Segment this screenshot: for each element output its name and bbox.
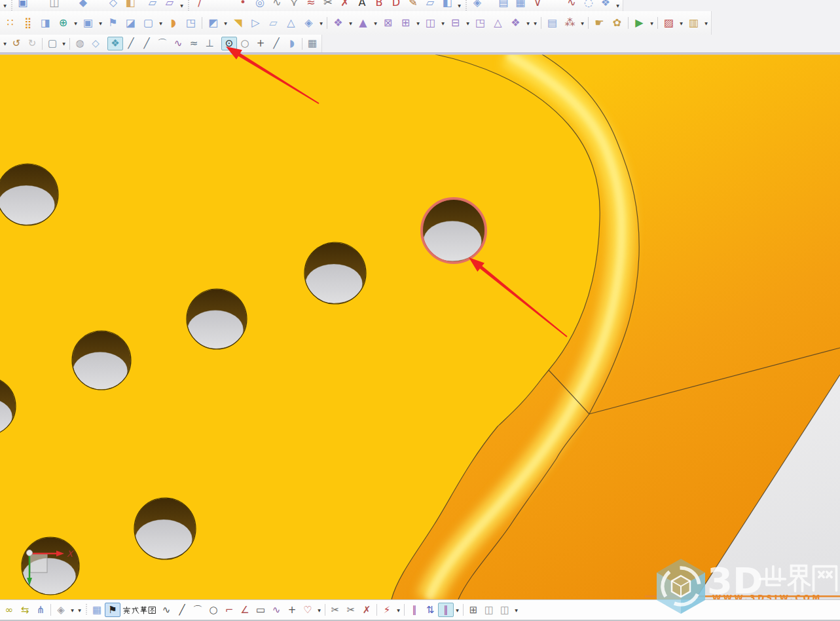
edit-grid-icon[interactable]: ⊞	[466, 603, 481, 617]
sheet-grid-icon[interactable]: ▦	[512, 0, 529, 10]
viewport-3d[interactable]: X	[0, 53, 840, 599]
circle-center-tool-icon[interactable]: ⊙	[221, 37, 237, 50]
dropdown-arrow-icon[interactable]: ▼	[76, 603, 83, 616]
mirror-body-icon[interactable]: ◨	[37, 16, 54, 31]
dropdown-arrow-icon[interactable]: ▼	[513, 603, 520, 616]
chamfer-icon[interactable]: ◥	[229, 16, 247, 31]
line2-tool-icon[interactable]: ╱	[139, 37, 155, 50]
flip-face-icon[interactable]: ▷	[247, 16, 265, 31]
copy-face-icon[interactable]: ⊞	[397, 16, 414, 31]
display-mode-icon[interactable]: ◇	[88, 37, 103, 50]
wire-triangle-icon[interactable]: △	[489, 16, 507, 31]
circle-icon[interactable]: ○	[206, 603, 221, 617]
solid-box-icon[interactable]: ◆	[75, 0, 92, 10]
lock-cubes-icon[interactable]: ◫	[481, 603, 497, 617]
dropdown-arrow-icon[interactable]: ▼	[648, 16, 655, 29]
section-box-icon[interactable]: ◧	[122, 0, 139, 10]
scale-body-icon[interactable]: ▲	[354, 16, 372, 31]
circle-points-tool-icon[interactable]: ○	[237, 37, 253, 50]
cube-arrow-icon[interactable]: ◫	[497, 603, 513, 617]
dropdown-arrow-icon[interactable]: ▼	[678, 16, 685, 29]
structure-list-icon[interactable]: ▤	[543, 16, 561, 31]
split-curve-icon[interactable]: ✂	[320, 0, 337, 10]
plane-a-icon[interactable]: ▱	[144, 0, 161, 10]
sketch-curves-icon[interactable]: ≈	[302, 0, 320, 10]
animate-icon[interactable]: ▶	[630, 16, 648, 31]
plane-b-icon[interactable]: ▱	[161, 0, 178, 10]
profile-icon[interactable]: ♡	[300, 603, 316, 617]
outline-d-icon[interactable]: D	[388, 0, 405, 10]
link-arrow-icon[interactable]: ⇆	[17, 603, 33, 617]
pattern-cube-icon[interactable]: ◳	[182, 16, 200, 31]
cross-curve-icon[interactable]: ✗	[337, 0, 354, 10]
dropdown-arrow-icon[interactable]: ▼	[524, 16, 532, 29]
move-face-icon[interactable]: ❖	[507, 16, 524, 31]
pull-face-icon[interactable]: ◗	[164, 16, 182, 31]
dropdown-arrow-icon[interactable]: ▼	[456, 0, 463, 11]
spline-icon[interactable]: ∿	[268, 603, 284, 617]
helix-icon[interactable]: ◎	[251, 0, 268, 10]
apply-material-icon[interactable]: ☛	[591, 16, 608, 31]
sweep-icon[interactable]: ⚑	[104, 16, 122, 31]
dropdown-arrow-icon[interactable]: ▼	[439, 16, 447, 29]
pan-view-icon[interactable]: ❖	[107, 37, 123, 50]
dropdown-arrow-icon[interactable]: ▼	[157, 16, 164, 29]
dropdown-arrow-icon[interactable]: ▼	[614, 0, 621, 11]
pattern-grid-icon[interactable]: ⣿	[19, 16, 37, 31]
surface-b-icon[interactable]: ◧	[439, 0, 456, 10]
dropdown-arrow-icon[interactable]: ▼	[1, 37, 9, 50]
trim2-icon[interactable]: ✂	[343, 603, 359, 617]
node-graph-icon[interactable]: ⁂	[561, 16, 579, 31]
free-curve-icon[interactable]: ∿	[563, 0, 580, 10]
dimension-constraint-icon[interactable]: ⇅	[422, 603, 438, 617]
delete-face-icon[interactable]: ⊠	[379, 16, 397, 31]
shell-icon[interactable]: ▢	[139, 16, 157, 31]
dropdown-arrow-icon[interactable]: ▼	[72, 16, 79, 29]
appearance-icon[interactable]: ✿	[608, 16, 626, 31]
dropdown-arrow-icon[interactable]: ▼	[414, 16, 422, 29]
trim-icon[interactable]: ✂	[327, 603, 343, 617]
pen-curve-icon[interactable]: ✎	[405, 0, 422, 10]
select-box-icon[interactable]: ▢	[45, 37, 60, 50]
toolbar-grip[interactable]	[464, 0, 467, 11]
boolean-icon[interactable]: ⊕	[54, 16, 72, 31]
parallel-constraint-icon[interactable]: ∥	[407, 603, 422, 617]
dropdown-arrow-icon[interactable]: ▼	[532, 16, 539, 29]
offset-curve-tool-icon[interactable]: ◗	[284, 37, 300, 50]
part-3d[interactable]: X	[0, 53, 840, 599]
arc-tool-icon[interactable]: ⌒	[155, 37, 170, 50]
toolbar-grip[interactable]	[187, 0, 190, 11]
point-icon[interactable]: •	[234, 0, 251, 10]
dropdown-arrow-icon[interactable]: ▼	[454, 603, 461, 616]
trim-corner-icon[interactable]: ✗	[359, 603, 374, 617]
spline-tool-icon[interactable]: ∿	[170, 37, 186, 50]
dropdown-arrow-icon[interactable]: ▼	[347, 16, 354, 29]
text-tool-icon[interactable]: A	[354, 0, 371, 10]
auto-constraint-icon[interactable]: ∥	[438, 603, 454, 617]
move-measure-icon[interactable]: ⊟	[447, 16, 464, 31]
polyhedron-icon[interactable]: ◈	[300, 16, 318, 31]
redo-icon[interactable]: ↻	[24, 37, 40, 50]
dropdown-arrow-icon[interactable]: ▼	[1, 0, 9, 11]
face-icon[interactable]: ▱	[265, 16, 282, 31]
wire-box-icon[interactable]: ◇	[105, 0, 122, 10]
link-chain-icon[interactable]: ∞	[1, 603, 17, 617]
chamfer-corner-icon[interactable]: ∠	[237, 603, 253, 617]
sheet-1-icon[interactable]: ◈	[469, 0, 486, 10]
fit-view-icon[interactable]: ▣	[14, 0, 31, 10]
surface-a-icon[interactable]: ▱	[422, 0, 439, 10]
curve-tool-icon[interactable]: ≈	[186, 37, 202, 50]
sketch-point-icon[interactable]: ∕	[191, 0, 208, 10]
dropdown-arrow-icon[interactable]: ▼	[703, 16, 710, 29]
polyline-icon[interactable]: ∿	[158, 603, 174, 617]
toolbar-grip[interactable]	[10, 0, 13, 11]
dropdown-arrow-icon[interactable]: ▼	[60, 37, 67, 50]
dropdown-arrow-icon[interactable]: ▼	[316, 603, 323, 616]
finish-flag-icon[interactable]: ⚑	[105, 603, 120, 617]
point-plus-icon[interactable]: +	[284, 603, 300, 617]
fillet-corner-icon[interactable]: ⌐	[221, 603, 237, 617]
section-lines-icon[interactable]: ▨	[660, 16, 678, 31]
line-tool-icon[interactable]: ╱	[123, 37, 139, 50]
mesh-surface-icon[interactable]: ❖	[597, 0, 614, 10]
dropdown-arrow-icon[interactable]: ▼	[69, 603, 76, 616]
